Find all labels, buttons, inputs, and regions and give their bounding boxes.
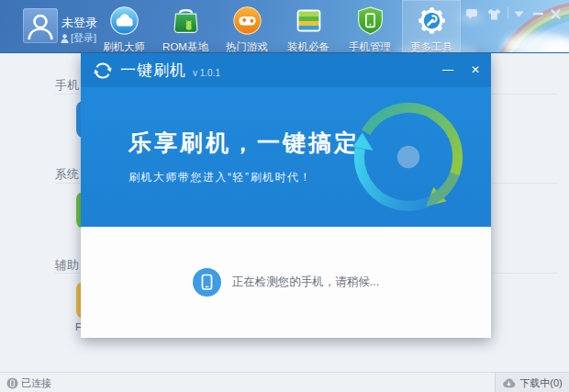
rom-store-bag-icon [171,6,201,36]
person-small-icon [61,34,69,43]
close-window-button[interactable] [551,6,561,21]
nav-label: 装机必备 [279,40,338,53]
app-window: 未登录 [登录] 刷机大师 [0,0,569,392]
username-label: 未登录 [61,15,97,31]
nav-label: ROM基地 [156,40,215,53]
user-avatar[interactable] [23,8,58,43]
controls-divider [508,7,508,19]
rotating-arrows-graphic [350,98,467,216]
nav-item-more-tools[interactable]: 更多工具 [402,0,461,52]
section-heading-system: 系统 [55,166,79,183]
nav-item-essential-apps[interactable]: 装机必备 [279,0,338,52]
minimize-icon [533,12,543,16]
nav-label: 热门游戏 [218,40,276,53]
person-icon [23,8,58,43]
nav-item-phone-manager[interactable]: 手机管理 [340,0,399,52]
nav-item-hot-games[interactable]: 热门游戏 [218,0,276,52]
shield-phone-icon [355,6,385,36]
nav-label: 刷机大师 [95,40,153,53]
dialog-status-area: 正在检测您的手机，请稍候... [81,227,491,338]
download-count-label: 下载中(0) [519,376,562,390]
change-skin-button[interactable] [487,6,501,21]
dialog-title: 一键刷机 [120,60,186,81]
gamepad-icon [232,6,262,36]
minimize-window-button[interactable] [533,6,543,21]
menu-chevron-button[interactable] [514,6,524,21]
cloud-download-icon [502,378,516,388]
dialog-banner: 乐享刷机，一键搞定 刷机大师带您进入“轻”刷机时代！ [81,87,491,227]
dialog-close-button[interactable]: ✕ [467,62,484,78]
nav-label: 更多工具 [402,40,461,53]
login-link-label: [登录] [71,31,96,45]
phone-detect-icon [193,268,221,297]
connection-status-label: 已连接 [21,376,51,390]
close-icon [551,9,561,19]
download-manager-button[interactable]: 下载中(0) [495,373,569,392]
one-click-flash-dialog: 一键刷机 v 1.0.1 — ✕ 乐享刷机，一键搞定 刷机大师带您进入“轻”刷机… [81,53,491,338]
apps-stripes-icon [294,6,324,36]
dialog-header: 一键刷机 v 1.0.1 — ✕ [81,53,491,87]
dialog-minimize-button[interactable]: — [440,62,456,78]
detecting-status-text: 正在检测您的手机，请稍候... [232,274,379,290]
bottom-status-bar: 已连接 下载中(0) [0,372,569,392]
chevron-down-icon [514,11,524,17]
login-link[interactable]: [登录] [61,31,96,45]
nav-label: 手机管理 [340,40,399,53]
section-heading-phone: 手机 [55,77,79,94]
banner-subline: 刷机大师带您进入“轻”刷机时代！ [128,170,312,185]
speech-bubble-icon [465,8,478,20]
nav-item-rom-base[interactable]: ROM基地 [156,0,215,52]
banner-headline: 乐享刷机，一键搞定 [128,128,360,158]
cloud-icon [109,6,139,36]
gear-wrench-icon [417,6,447,36]
feedback-bubble-button[interactable] [465,6,478,21]
phone-connected-icon [6,377,18,389]
shirt-skin-icon [487,8,501,20]
nav-item-flash-master[interactable]: 刷机大师 [95,0,153,52]
connection-status: 已连接 [6,373,51,392]
section-heading-auxiliary: 辅助 [55,257,79,274]
top-navigation-bar: 未登录 [登录] 刷机大师 [0,0,569,53]
dialog-version: v 1.0.1 [193,68,220,78]
refresh-circle-icon [93,61,113,81]
